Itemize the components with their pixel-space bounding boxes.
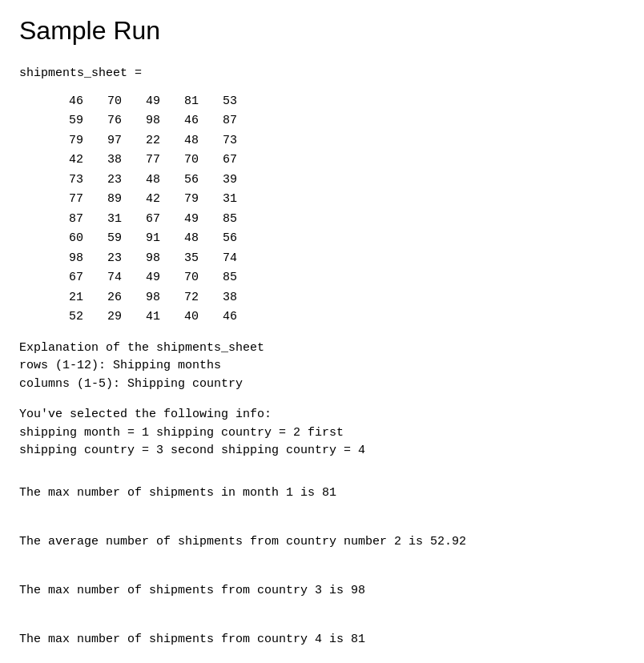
matrix-cell: 59 xyxy=(90,230,128,248)
result3: The max number of shipments from country… xyxy=(19,565,625,601)
matrix-cell: 42 xyxy=(51,151,90,170)
matrix-cell: 67 xyxy=(205,151,244,170)
matrix-cell: 70 xyxy=(167,269,205,287)
matrix-cell: 21 xyxy=(51,289,90,307)
matrix-cell: 79 xyxy=(167,191,205,209)
explanation-line3: columns (1-5): Shipping country xyxy=(19,376,625,394)
matrix-row: 5976984687 xyxy=(51,112,625,131)
matrix-row: 4238777067 xyxy=(51,151,625,170)
selected-block: You've selected the following info: ship… xyxy=(19,406,625,460)
selected-header: You've selected the following info: xyxy=(19,406,625,424)
matrix-container: 4670498153597698468779972248734238777067… xyxy=(51,93,625,327)
matrix-cell: 87 xyxy=(51,211,90,229)
matrix-cell: 46 xyxy=(205,308,244,327)
matrix-cell: 31 xyxy=(205,191,244,209)
matrix-cell: 49 xyxy=(128,269,167,287)
matrix-cell: 98 xyxy=(51,250,90,268)
matrix-cell: 52 xyxy=(51,308,90,327)
matrix-cell: 97 xyxy=(90,132,128,151)
matrix-cell: 73 xyxy=(51,171,90,190)
matrix-cell: 38 xyxy=(90,151,128,170)
matrix-cell: 73 xyxy=(205,132,244,151)
matrix-row: 5229414046 xyxy=(51,308,625,327)
matrix-cell: 48 xyxy=(128,171,167,190)
matrix-row: 6059914856 xyxy=(51,230,625,248)
matrix-cell: 35 xyxy=(167,250,205,268)
matrix-cell: 39 xyxy=(205,171,244,190)
matrix-row: 7323485639 xyxy=(51,171,625,190)
matrix-cell: 49 xyxy=(167,211,205,229)
matrix-cell: 22 xyxy=(128,132,167,151)
matrix-cell: 87 xyxy=(205,112,244,131)
matrix-row: 6774497085 xyxy=(51,269,625,287)
matrix-cell: 46 xyxy=(51,93,90,111)
variable-label-text: shipments_sheet = xyxy=(19,66,142,80)
content-area: shipments_sheet = 4670498153597698468779… xyxy=(19,65,625,663)
matrix-cell: 85 xyxy=(205,211,244,229)
selected-line2: shipping country = 3 second shipping cou… xyxy=(19,442,625,460)
matrix-cell: 41 xyxy=(128,308,167,327)
matrix-row: 9823983574 xyxy=(51,250,625,268)
matrix-cell: 85 xyxy=(205,269,244,287)
matrix-cell: 31 xyxy=(90,211,128,229)
explanation-block: Explanation of the shipments_sheet rows … xyxy=(19,340,625,394)
matrix-cell: 74 xyxy=(205,250,244,268)
matrix-cell: 40 xyxy=(167,308,205,327)
matrix-cell: 56 xyxy=(167,171,205,190)
matrix-cell: 59 xyxy=(51,112,90,131)
matrix-cell: 49 xyxy=(128,93,167,111)
matrix-cell: 67 xyxy=(51,269,90,287)
explanation-line1: Explanation of the shipments_sheet xyxy=(19,340,625,358)
matrix-cell: 29 xyxy=(90,308,128,327)
page-title: Sample Run xyxy=(19,16,625,46)
matrix-cell: 48 xyxy=(167,132,205,151)
explanation-line2: rows (1-12): Shipping months xyxy=(19,357,625,376)
result4: The max number of shipments from country… xyxy=(19,613,625,649)
matrix-cell: 60 xyxy=(51,230,90,248)
matrix-cell: 70 xyxy=(90,93,128,111)
matrix-cell: 77 xyxy=(51,191,90,209)
matrix-cell: 56 xyxy=(205,230,244,248)
matrix-cell: 38 xyxy=(205,289,244,307)
matrix-cell: 77 xyxy=(128,151,167,170)
matrix-row: 8731674985 xyxy=(51,211,625,229)
matrix-cell: 46 xyxy=(167,112,205,131)
result1: The max number of shipments in month 1 i… xyxy=(19,467,625,503)
matrix-cell: 26 xyxy=(90,289,128,307)
matrix-cell: 98 xyxy=(128,289,167,307)
matrix-cell: 23 xyxy=(90,250,128,268)
matrix-cell: 76 xyxy=(90,112,128,131)
variable-label: shipments_sheet = xyxy=(19,65,625,83)
matrix-cell: 42 xyxy=(128,191,167,209)
matrix-cell: 98 xyxy=(128,250,167,268)
matrix-row: 7789427931 xyxy=(51,191,625,209)
result2: The average number of shipments from cou… xyxy=(19,516,625,552)
matrix-cell: 91 xyxy=(128,230,167,248)
matrix-cell: 81 xyxy=(167,93,205,111)
matrix-cell: 53 xyxy=(205,93,244,111)
matrix-cell: 72 xyxy=(167,289,205,307)
selected-line1: shipping month = 1 shipping country = 2 … xyxy=(19,424,625,443)
matrix-cell: 89 xyxy=(90,191,128,209)
matrix-row: 2126987238 xyxy=(51,289,625,307)
matrix-row: 4670498153 xyxy=(51,93,625,111)
matrix-cell: 48 xyxy=(167,230,205,248)
matrix-cell: 98 xyxy=(128,112,167,131)
matrix-row: 7997224873 xyxy=(51,132,625,151)
matrix-cell: 79 xyxy=(51,132,90,151)
matrix-cell: 74 xyxy=(90,269,128,287)
matrix-cell: 70 xyxy=(167,151,205,170)
matrix-cell: 67 xyxy=(128,211,167,229)
matrix-cell: 23 xyxy=(90,171,128,190)
